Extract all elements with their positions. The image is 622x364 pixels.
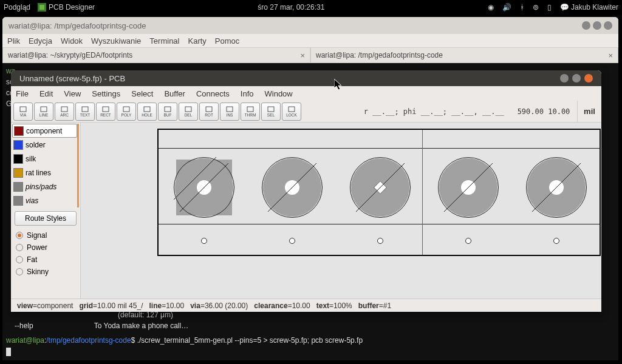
menu-item[interactable]: Info <box>241 89 254 98</box>
tool-rect[interactable]: RECT <box>96 103 115 121</box>
layer-silk[interactable]: silk <box>12 152 77 166</box>
maximize-button[interactable] <box>572 74 581 83</box>
footprint-outline <box>157 129 601 256</box>
tool-text[interactable]: TEXT <box>75 103 95 121</box>
route-styles-button[interactable]: Route Styles <box>15 211 77 226</box>
minimize-button[interactable] <box>560 74 569 83</box>
menu-item[interactable]: Plik <box>7 36 20 46</box>
svg-rect-9 <box>165 107 171 112</box>
close-tab-icon[interactable]: × <box>608 51 613 60</box>
unit-button[interactable]: mil <box>577 101 601 122</box>
terminal-cursor <box>6 348 11 356</box>
tool-arc[interactable]: ARC <box>55 103 74 121</box>
layer-solder[interactable]: solder <box>12 138 77 152</box>
svg-line-19 <box>356 163 405 212</box>
layer-vias[interactable]: vias <box>12 194 77 207</box>
layers-panel: componentsoldersilkrat linespins/padsvia… <box>11 123 81 298</box>
terminal-menubar: Plik Edycja Widok Wyszukiwanie Terminal … <box>2 34 618 47</box>
volume-icon[interactable]: 🔊 <box>502 3 511 12</box>
bluetooth-icon[interactable]: ᚼ <box>520 3 524 12</box>
pad-2[interactable] <box>262 157 323 218</box>
svg-rect-2 <box>20 107 26 112</box>
minimize-button[interactable] <box>582 21 590 30</box>
pcb-menubar: File Edit View Settings Select Buffer Co… <box>11 86 601 101</box>
tool-rot[interactable]: ROT <box>199 103 219 121</box>
route-fat[interactable]: Fat <box>12 254 79 266</box>
battery-icon[interactable]: ▯ <box>547 3 552 12</box>
svg-rect-1 <box>39 5 44 10</box>
pad-4[interactable] <box>438 157 499 218</box>
window-title: Unnamed (screw-5p.fp) - PCB <box>19 74 125 83</box>
menu-item[interactable]: Buffer <box>164 89 185 98</box>
svg-rect-6 <box>103 107 109 112</box>
tool-poly[interactable]: POLY <box>117 103 136 121</box>
wifi-icon[interactable]: ⊚ <box>533 3 539 12</box>
top-panel: Podgląd PCB Designer śro 27 mar, 00:26:3… <box>0 0 622 15</box>
tool-ins[interactable]: INS <box>220 103 239 121</box>
tool-line[interactable]: LINE <box>34 103 53 121</box>
tool-del[interactable]: DEL <box>179 103 198 121</box>
route-skinny[interactable]: Skinny <box>12 266 79 278</box>
pad-1[interactable] <box>174 157 234 218</box>
task-button[interactable]: Podgląd <box>4 3 30 12</box>
menu-item[interactable]: Settings <box>92 89 120 98</box>
pad-5[interactable] <box>526 157 587 218</box>
coord-display-2: 590.00 10.00 <box>510 107 577 116</box>
svg-rect-3 <box>41 107 47 112</box>
close-tab-icon[interactable]: × <box>300 51 305 60</box>
user-menu[interactable]: 💬 Jakub Klawiter <box>560 3 618 12</box>
svg-line-18 <box>268 163 316 212</box>
tool-via[interactable]: VIA <box>13 103 33 121</box>
svg-rect-7 <box>123 107 129 112</box>
accessibility-icon[interactable]: ◉ <box>488 3 494 12</box>
pcb-canvas[interactable] <box>81 123 601 298</box>
menu-item[interactable]: Window <box>265 89 293 98</box>
route-power[interactable]: Power <box>12 241 79 254</box>
window-title: wariat@lipa: /tmp/gedafootprintsg-code <box>9 21 146 30</box>
pcb-window: Unnamed (screw-5p.fp) - PCB File Edit Vi… <box>11 70 601 312</box>
menu-item[interactable]: Karty <box>188 36 206 46</box>
terminal-titlebar[interactable]: wariat@lipa: /tmp/gedafootprintsg-code <box>2 17 618 34</box>
coord-display: r __.__; phi __.__; __.__, __.__ <box>304 107 510 116</box>
tool-buf[interactable]: BUF <box>158 103 177 121</box>
menu-item[interactable]: Connects <box>196 89 230 98</box>
menu-item[interactable]: View <box>64 89 81 98</box>
status-bar: view=component grid=10.00 mil 45_/ line=… <box>11 298 601 312</box>
tool-thrm[interactable]: THRM <box>241 103 260 121</box>
menu-item[interactable]: File <box>16 89 29 98</box>
menu-item[interactable]: Edit <box>39 89 53 98</box>
clock[interactable]: śro 27 mar, 00:26:31 <box>95 3 488 12</box>
svg-line-17 <box>174 157 216 200</box>
menu-item[interactable]: Terminal <box>149 36 179 46</box>
svg-rect-12 <box>227 107 233 112</box>
close-button[interactable] <box>584 74 593 83</box>
svg-rect-15 <box>289 107 295 112</box>
terminal-tabs: wariat@lipa: ~/skrypty/gEDA/footprints× … <box>2 47 618 63</box>
pad-3[interactable] <box>350 157 411 218</box>
layer-pins-pads[interactable]: pins/pads <box>12 180 77 194</box>
tool-hole[interactable]: HOLE <box>137 103 157 121</box>
terminal-tab[interactable]: wariat@lipa: /tmp/gedafootprintsg-code× <box>310 47 618 63</box>
menu-item[interactable]: Wyszukiwanie <box>91 36 141 46</box>
terminal-tab[interactable]: wariat@lipa: ~/skrypty/gEDA/footprints× <box>2 47 310 63</box>
route-signal[interactable]: Signal <box>12 229 79 241</box>
tool-sel[interactable]: SEL <box>261 103 281 121</box>
pcb-toolbar: VIALINEARCTEXTRECTPOLYHOLEBUFDELROTINSTH… <box>11 101 601 123</box>
svg-rect-11 <box>206 107 212 112</box>
svg-rect-5 <box>82 107 88 112</box>
menu-item[interactable]: Select <box>131 89 153 98</box>
svg-line-21 <box>532 163 581 212</box>
pcb-app-icon <box>38 3 46 12</box>
tool-lock[interactable]: LOCK <box>282 103 301 121</box>
maximize-button[interactable] <box>593 21 601 30</box>
pcb-titlebar[interactable]: Unnamed (screw-5p.fp) - PCB <box>11 70 601 86</box>
menu-item[interactable]: Widok <box>61 36 83 46</box>
svg-rect-4 <box>61 107 67 112</box>
menu-item[interactable]: Edycja <box>29 36 52 46</box>
svg-rect-10 <box>185 107 191 112</box>
menu-item[interactable]: Pomoc <box>215 36 239 46</box>
layer-component[interactable]: component <box>12 124 77 138</box>
layer-rat-lines[interactable]: rat lines <box>12 166 77 180</box>
close-button[interactable] <box>604 21 612 30</box>
task-button[interactable]: PCB Designer <box>38 3 95 12</box>
